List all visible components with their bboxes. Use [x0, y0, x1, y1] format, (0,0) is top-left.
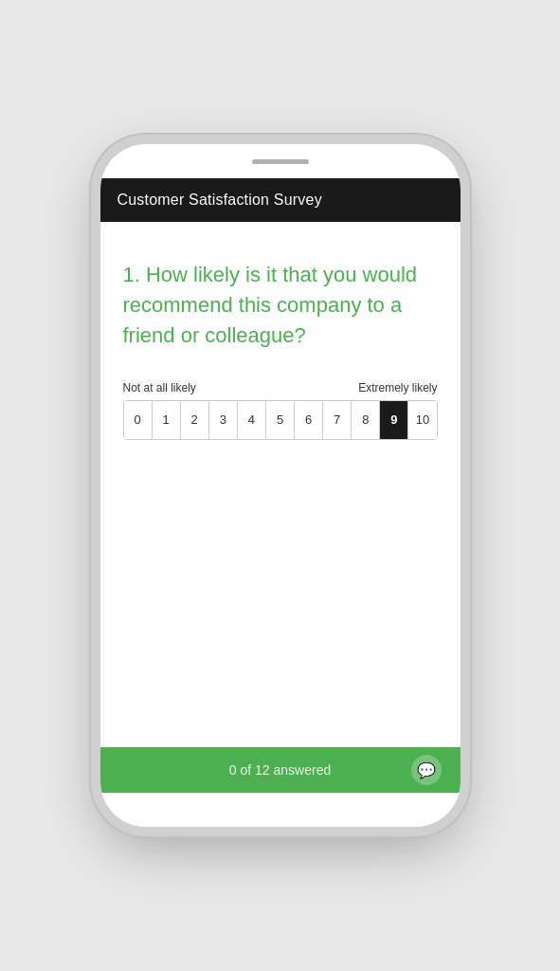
scale-option-3[interactable]: 3 [209, 401, 238, 439]
feedback-icon[interactable]: 💬 [411, 755, 442, 785]
rating-scale: 0 1 2 3 4 5 6 7 8 9 10 [123, 400, 438, 440]
scale-option-4[interactable]: 4 [238, 401, 266, 439]
scale-max-label: Extremely likely [358, 381, 437, 394]
footer-status: 0 of 12 answered [229, 762, 331, 778]
scale-option-1[interactable]: 1 [153, 401, 181, 439]
scale-option-0[interactable]: 0 [124, 401, 153, 439]
survey-title: Customer Satisfaction Survey [117, 192, 322, 208]
scale-option-2[interactable]: 2 [181, 401, 209, 439]
footer-bar[interactable]: 0 of 12 answered 💬 [100, 747, 461, 793]
screen: Customer Satisfaction Survey 1. How like… [100, 178, 461, 827]
scale-option-9[interactable]: 9 [380, 401, 408, 439]
question-text: 1. How likely is it that you would recom… [123, 260, 438, 351]
scale-option-10[interactable]: 10 [408, 401, 436, 439]
scale-option-8[interactable]: 8 [352, 401, 380, 439]
scale-labels: Not at all likely Extremely likely [123, 381, 438, 394]
scale-option-5[interactable]: 5 [266, 401, 295, 439]
chat-icon: 💬 [417, 761, 436, 779]
main-content: 1. How likely is it that you would recom… [100, 222, 461, 747]
scale-min-label: Not at all likely [123, 381, 196, 394]
scale-option-7[interactable]: 7 [323, 401, 352, 439]
phone-speaker [252, 159, 309, 164]
header-bar: Customer Satisfaction Survey [100, 178, 461, 222]
phone-frame: Customer Satisfaction Survey 1. How like… [100, 144, 461, 827]
scale-option-6[interactable]: 6 [295, 401, 323, 439]
